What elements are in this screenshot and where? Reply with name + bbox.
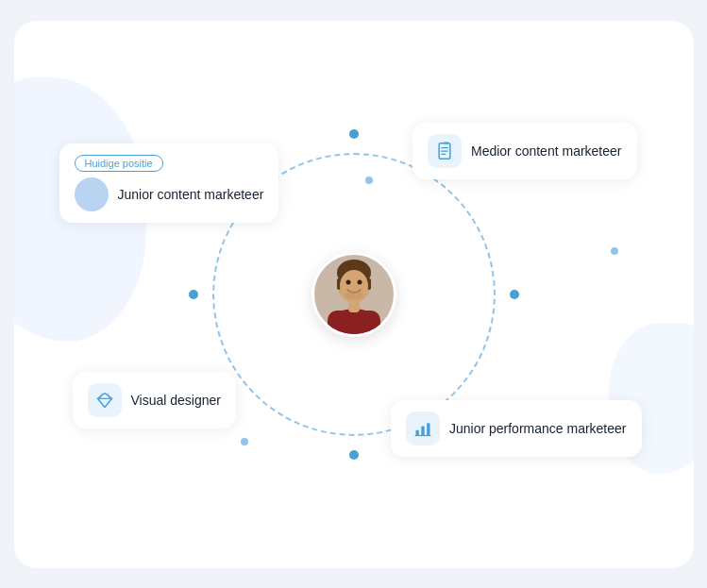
medior-content-icon-box (428, 134, 462, 168)
avatar (311, 252, 396, 337)
orbit-dot-bottom (349, 450, 359, 460)
current-position-badge: Huidige positie (75, 155, 163, 172)
card-current-position[interactable]: Huidige positie Junior content marketeer (59, 143, 279, 223)
current-position-label: Junior content marketeer (118, 187, 264, 202)
svg-rect-15 (444, 142, 448, 144)
medior-content-label: Medior content marketeer (471, 143, 622, 159)
current-position-icon (75, 177, 109, 211)
svg-rect-9 (328, 311, 380, 334)
orbit-dot-left (189, 290, 198, 299)
diamond-icon (95, 391, 114, 410)
main-canvas: Huidige positie Junior content marketeer… (14, 21, 694, 568)
svg-rect-10 (348, 299, 360, 312)
orbit-dot-top (349, 129, 359, 139)
svg-rect-16 (415, 429, 418, 435)
svg-point-7 (345, 291, 363, 300)
orbit-dot-right (510, 290, 519, 299)
deco-dot-2 (611, 247, 618, 255)
svg-point-5 (345, 279, 350, 284)
visual-designer-label: Visual designer (131, 393, 221, 408)
junior-performance-icon-box (406, 412, 440, 445)
document-icon (435, 142, 454, 160)
card-visual-designer[interactable]: Visual designer (73, 372, 236, 428)
svg-rect-18 (427, 423, 429, 435)
junior-performance-label: Junior performance marketeer (449, 421, 627, 436)
card-medior-content[interactable]: Medior content marketeer (412, 123, 637, 179)
card-junior-performance[interactable]: Junior performance marketeer (391, 400, 642, 457)
svg-point-6 (357, 279, 362, 284)
visual-designer-icon-box (88, 383, 122, 417)
svg-rect-17 (421, 426, 424, 435)
chart-bar-icon (413, 419, 432, 438)
